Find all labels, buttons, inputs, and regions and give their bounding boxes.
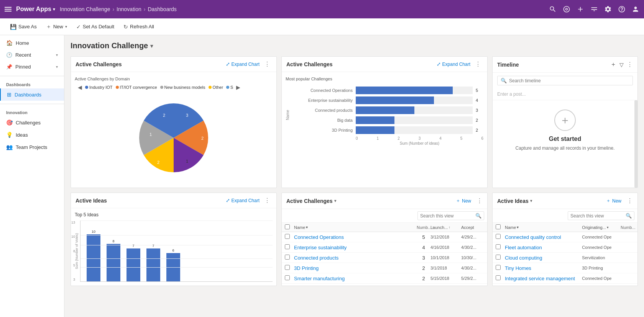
timeline-menu-icon[interactable]: ⋮	[627, 61, 633, 68]
timeline-scrollbar[interactable]	[634, 100, 637, 188]
new-button[interactable]: ＋ New ▾	[42, 21, 71, 32]
bar-label-1: Connected Operations	[291, 88, 353, 93]
challenges-list-dropdown[interactable]: ▾	[334, 199, 336, 203]
timeline-add-icon[interactable]: ＋	[610, 60, 616, 69]
pie-expand-chart[interactable]: ⤢ Expand Chart	[226, 61, 260, 67]
pinned-icon: 📌	[6, 64, 12, 70]
grid-line-3	[80, 245, 273, 245]
row3-check[interactable]	[285, 255, 294, 261]
goal-icon[interactable]	[563, 5, 570, 13]
col-accept-header[interactable]: Accept	[461, 225, 484, 230]
col-name-header[interactable]: Name ▾	[294, 225, 417, 230]
title-dropdown-icon[interactable]: ▾	[150, 43, 153, 49]
sidebar-item-dashboards[interactable]: ⊞ Dashboards	[0, 88, 64, 101]
ideas-list-dropdown[interactable]: ▾	[530, 199, 532, 203]
row1-check[interactable]	[285, 234, 294, 240]
ideas-row5-name[interactable]: Integrated service management	[505, 276, 582, 281]
save-as-button[interactable]: 💾 Save As	[6, 22, 41, 32]
ideas-col-num-header[interactable]: Numb...	[621, 225, 634, 230]
ideas-select-all[interactable]	[496, 224, 501, 229]
timeline-card: Timeline ＋ ▽ ⋮ 🔍 Enter a post...	[492, 56, 638, 188]
breadcrumb-part1[interactable]: Innovation Challenge	[60, 6, 110, 12]
legend-item-1: Industry IOT	[85, 85, 113, 90]
ideas-row3-check[interactable]	[496, 255, 505, 261]
set-default-button[interactable]: ✓ Set As Default	[72, 22, 118, 32]
bar-value-2: 4	[476, 98, 483, 103]
ideas-row2-check[interactable]	[496, 244, 505, 250]
bar-card-body: Most popular Challenges Name Connected O…	[282, 72, 487, 188]
pie-label-1b: 1	[186, 159, 188, 163]
ideas-col-originating-header[interactable]: Originating... ▾	[582, 225, 621, 230]
row2-check[interactable]	[285, 244, 294, 250]
ideas-row4-check[interactable]	[496, 265, 505, 271]
timeline-plus-button[interactable]: ＋	[554, 109, 576, 131]
ideas-col-check-header[interactable]	[496, 224, 505, 230]
ideas-row4-name[interactable]: Tiny Homes	[505, 265, 582, 271]
help-icon[interactable]	[618, 5, 626, 13]
app-logo[interactable]: Power Apps ▾	[16, 6, 55, 13]
bar-chart-rows: Connected Operations 5 Enterprise sustai…	[291, 84, 483, 145]
ideas-chart-title: Active Ideas	[76, 198, 223, 204]
timeline-search-input[interactable]	[509, 78, 629, 83]
ideas-new-button[interactable]: ＋ New	[604, 197, 624, 205]
challenges-search-area: 🔍	[282, 209, 487, 223]
main-layout: 🏠 Home 🕐 Recent ▾ 📌 Pinned ▾ Dashboards …	[0, 35, 644, 317]
search-icon[interactable]	[549, 5, 557, 13]
pie-card-menu[interactable]: ⋮	[263, 60, 272, 68]
ideas-list-menu[interactable]: ⋮	[627, 197, 633, 204]
ideas-row1-name[interactable]: Connected quality control	[505, 234, 582, 240]
ideas-chart-menu[interactable]: ⋮	[263, 197, 272, 204]
col-check-header[interactable]	[285, 224, 294, 230]
account-icon[interactable]	[632, 5, 639, 13]
breadcrumb-sep2: ›	[144, 6, 146, 12]
legend-prev[interactable]: ◀	[78, 84, 82, 90]
bar-expand-chart[interactable]: ⤢ Expand Chart	[437, 61, 470, 67]
row4-num: 2	[417, 265, 430, 271]
filter-icon[interactable]	[590, 5, 598, 13]
challenges-list-menu[interactable]: ⋮	[476, 197, 483, 204]
col-launch-header[interactable]: Launch... ↑	[430, 225, 461, 230]
pie-card-header: Active Challenges ⤢ Expand Chart ⋮	[71, 57, 276, 72]
ideas-row3-name[interactable]: Cloud computing	[505, 255, 582, 261]
ideas-row1-check[interactable]	[496, 234, 505, 240]
breadcrumb-part3[interactable]: Dashboards	[148, 6, 177, 12]
sidebar-item-ideas[interactable]: 💡 Ideas	[0, 129, 64, 141]
ideas-bar-col-1: 10	[87, 230, 100, 281]
col-num-header[interactable]: Numb... ↕	[417, 225, 430, 230]
ideas-col-name-header[interactable]: Name ▾	[505, 225, 582, 230]
row5-check[interactable]	[285, 275, 294, 281]
timeline-post-area[interactable]: Enter a post...	[493, 88, 637, 100]
breadcrumb-part2[interactable]: Innovation	[117, 6, 141, 12]
sidebar-item-recent[interactable]: 🕐 Recent ▾	[0, 49, 64, 61]
sidebar-item-team-projects[interactable]: 👥 Team Projects	[0, 141, 64, 153]
row2-name[interactable]: Enterprise sustainability	[294, 245, 417, 250]
pie-chart-container: 3 2 1 2 1 2	[75, 92, 273, 184]
new-dropdown-icon[interactable]: ▾	[65, 25, 67, 29]
select-all-checkbox[interactable]	[285, 224, 290, 229]
ideas-row2-name[interactable]: Fleet automation	[505, 245, 582, 250]
row5-name[interactable]: Smarter manufacturing	[294, 276, 417, 281]
row1-name[interactable]: Connected Operations	[294, 234, 417, 240]
sidebar-item-pinned[interactable]: 📌 Pinned ▾	[0, 61, 64, 73]
row3-name[interactable]: Connected products	[294, 255, 417, 261]
bar-card-title: Active Challenges	[286, 61, 434, 67]
challenges-search-input[interactable]	[420, 213, 474, 219]
legend-next[interactable]: ▶	[236, 84, 240, 90]
row4-check[interactable]	[285, 265, 294, 271]
expand-icon: ⤢	[226, 61, 230, 67]
challenges-search-icon: 🔍	[475, 213, 481, 219]
bar-card-menu[interactable]: ⋮	[473, 60, 483, 68]
add-icon[interactable]	[577, 5, 584, 13]
row4-name[interactable]: 3D Printing	[294, 265, 417, 271]
challenges-new-button[interactable]: ＋ New	[453, 197, 473, 205]
sidebar-item-challenges[interactable]: 🎯 Challenges	[0, 116, 64, 129]
sidebar-item-home[interactable]: 🏠 Home	[0, 37, 64, 49]
timeline-filter-icon[interactable]: ▽	[619, 62, 624, 68]
ideas-row5-check[interactable]	[496, 275, 505, 281]
hamburger-menu[interactable]	[5, 7, 12, 11]
refresh-all-button[interactable]: ↻ Refresh All	[120, 22, 158, 32]
ideas-search-input[interactable]	[570, 213, 624, 219]
bar-value-1: 5	[476, 88, 483, 93]
settings-icon[interactable]	[604, 5, 612, 13]
ideas-expand-chart[interactable]: ⤢ Expand Chart	[226, 198, 260, 203]
